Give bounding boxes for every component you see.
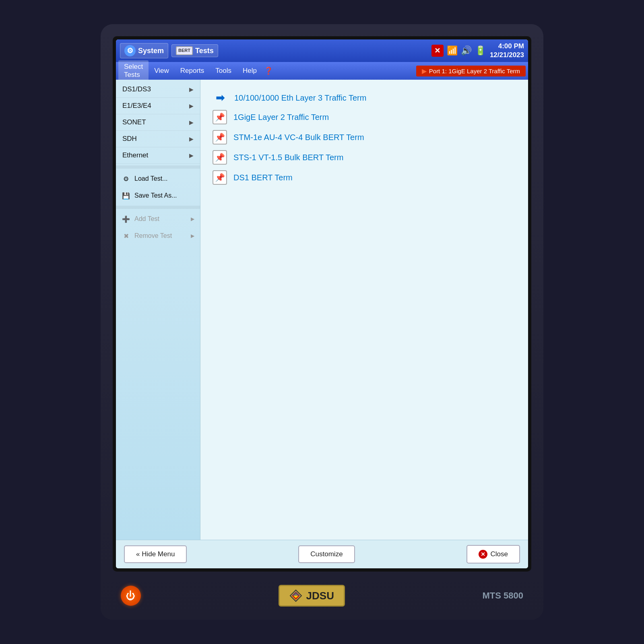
submenu-arrow-icon: ▶ <box>191 216 194 222</box>
menu-item-select[interactable]: SelectTests <box>118 60 149 81</box>
sidebar-item-ethernet[interactable]: Ethernet ▶ <box>116 147 200 164</box>
save-test-action[interactable]: 💾 Save Test As... <box>116 187 200 204</box>
active-arrow-icon: ➡ <box>213 92 228 104</box>
power-button[interactable]: ⏻ <box>121 586 141 606</box>
status-icons: ✕ 📶 🔊 🔋 <box>431 45 486 57</box>
close-circle-icon: ✕ <box>479 550 487 559</box>
title-bar-right: ✕ 📶 🔊 🔋 4:00 PM 12/21/2023 <box>431 42 524 60</box>
title-bar-left: ⚙ System BERT Tests <box>120 43 218 58</box>
tests-label: Tests <box>195 47 214 55</box>
main-content: DS1/DS3 ▶ E1/E3/E4 ▶ SONET ▶ SDH ▶ <box>116 80 528 540</box>
menu-item-view[interactable]: View <box>149 64 175 77</box>
time: 4:00 PM <box>490 42 524 51</box>
test-item-gige-l2[interactable]: 📌 1GigE Layer 2 Traffic Term <box>213 110 516 124</box>
port-label: Port 1: 1GigE Layer 2 Traffic Term <box>429 68 520 74</box>
close-x-icon[interactable]: ✕ <box>431 45 444 57</box>
sidebar-item-ds1ds3[interactable]: DS1/DS3 ▶ <box>116 81 200 98</box>
menu-item-tools[interactable]: Tools <box>210 64 237 77</box>
arrow-icon: ▶ <box>189 103 194 109</box>
device-bottom: ⏻ JDSU MTS 5800 <box>113 580 531 612</box>
bottom-bar: « Hide Menu Customize ✕ Close <box>116 540 528 568</box>
test-item-sts1[interactable]: 📌 STS-1 VT-1.5 Bulk BERT Term <box>213 150 516 165</box>
jdsu-logo: JDSU <box>279 585 345 607</box>
test-link-sts1[interactable]: STS-1 VT-1.5 Bulk BERT Term <box>233 153 343 162</box>
customize-button[interactable]: Customize <box>298 545 355 563</box>
pin-icon: 📌 <box>213 170 227 185</box>
arrow-icon: ▶ <box>189 152 194 159</box>
sidebar-item-sdh[interactable]: SDH ▶ <box>116 131 200 147</box>
port-indicator: ▶ Port 1: 1GigE Layer 2 Traffic Term <box>416 66 526 76</box>
save-icon: 💾 <box>122 191 130 200</box>
test-link-stm1e[interactable]: STM-1e AU-4 VC-4 Bulk BERT Term <box>233 133 364 142</box>
add-test-action: ➕ Add Test ▶ <box>116 211 200 227</box>
menu-item-help[interactable]: Help <box>237 64 262 77</box>
volume-icon: 🔊 <box>461 45 472 56</box>
tests-button[interactable]: BERT Tests <box>171 44 218 57</box>
help-circle-icon[interactable]: ❓ <box>264 66 273 75</box>
test-link-eth-l3[interactable]: 10/100/1000 Eth Layer 3 Traffic Term <box>234 93 366 103</box>
test-link-gige-l2[interactable]: 1GigE Layer 2 Traffic Term <box>233 113 329 122</box>
svg-marker-3 <box>292 592 300 596</box>
hide-menu-button[interactable]: « Hide Menu <box>124 545 187 563</box>
pin-icon: 📌 <box>213 150 227 165</box>
gear-icon: ⚙ <box>124 45 136 56</box>
test-link-ds1bert[interactable]: DS1 BERT Term <box>233 173 293 182</box>
submenu-arrow-icon: ▶ <box>191 233 194 239</box>
add-icon: ➕ <box>122 215 130 223</box>
test-item-ds1bert[interactable]: 📌 DS1 BERT Term <box>213 170 516 185</box>
sidebar-item-sonet[interactable]: SONET ▶ <box>116 114 200 131</box>
model-label: MTS 5800 <box>482 590 523 601</box>
sidebar-item-e1e3e4[interactable]: E1/E3/E4 ▶ <box>116 98 200 114</box>
menu-bar: SelectTests View Reports Tools Help ❓ ▶ … <box>116 62 528 80</box>
jdsu-diamond-icon <box>289 589 302 602</box>
pin-icon: 📌 <box>213 110 227 124</box>
wifi-icon: 📶 <box>447 45 458 56</box>
test-list: ➡ 10/100/1000 Eth Layer 3 Traffic Term 📌… <box>213 88 516 185</box>
brand-label: JDSU <box>306 590 334 602</box>
arrow-icon: ▶ <box>189 86 194 93</box>
remove-test-action: ✖ Remove Test ▶ <box>116 227 200 244</box>
date: 12/21/2023 <box>490 51 524 60</box>
remove-icon: ✖ <box>122 231 130 240</box>
time-display: 4:00 PM 12/21/2023 <box>490 42 524 60</box>
menu-item-reports[interactable]: Reports <box>175 64 210 77</box>
arrow-icon: ▶ <box>189 136 194 142</box>
load-icon: ⚙ <box>122 174 130 183</box>
bert-badge: BERT <box>176 46 193 55</box>
arrow-icon: ▶ <box>189 119 194 126</box>
test-item-eth-l3[interactable]: ➡ 10/100/1000 Eth Layer 3 Traffic Term <box>213 92 516 104</box>
sidebar: DS1/DS3 ▶ E1/E3/E4 ▶ SONET ▶ SDH ▶ <box>116 80 200 540</box>
system-label: System <box>138 47 164 55</box>
battery-icon: 🔋 <box>475 45 486 56</box>
title-bar: ⚙ System BERT Tests ✕ 📶 🔊 🔋 <box>116 39 528 62</box>
port-arrow-icon: ▶ <box>422 67 427 75</box>
right-panel: ➡ 10/100/1000 Eth Layer 3 Traffic Term 📌… <box>200 80 528 540</box>
pin-icon: 📌 <box>213 130 227 144</box>
test-item-stm1e[interactable]: 📌 STM-1e AU-4 VC-4 Bulk BERT Term <box>213 130 516 144</box>
load-test-action[interactable]: ⚙ Load Test... <box>116 170 200 187</box>
close-button[interactable]: ✕ Close <box>466 545 520 564</box>
system-button[interactable]: ⚙ System <box>120 43 168 58</box>
